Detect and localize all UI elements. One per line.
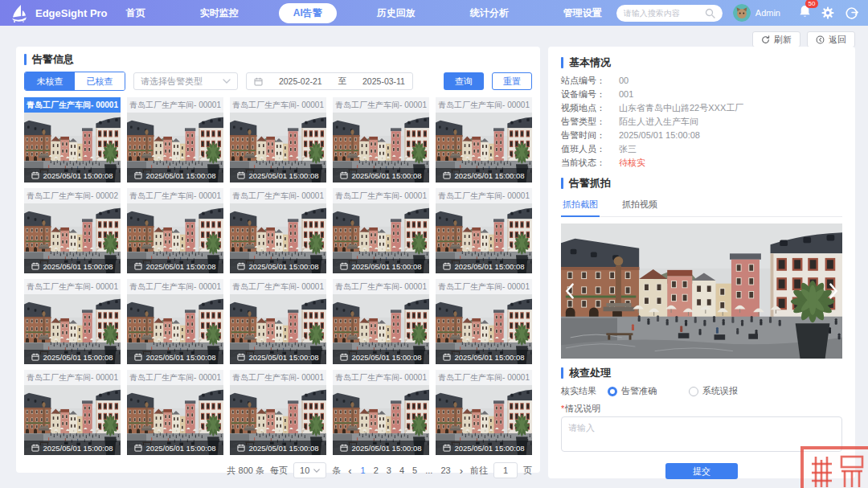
alert-card[interactable]: 青岛工厂生产车间- 00001 2025/05/01 15:00:08 xyxy=(436,188,532,273)
alert-card[interactable]: 青岛工厂生产车间- 00002 2025/05/01 15:00:08 xyxy=(24,188,121,273)
alert-card[interactable]: 青岛工厂生产车间- 00001 2025/05/01 15:00:08 xyxy=(24,279,121,364)
alert-card[interactable]: 青岛工厂生产车间- 00001 2025/05/01 15:00:08 xyxy=(333,370,429,455)
alert-card[interactable]: 青岛工厂生产车间- 00001 2025/05/01 15:00:08 xyxy=(127,279,223,364)
avatar[interactable] xyxy=(733,4,751,22)
alert-card[interactable]: 青岛工厂生产车间- 00001 2025/05/01 15:00:08 xyxy=(333,97,429,182)
field-label: 设备编号： xyxy=(561,89,619,99)
calendar-icon xyxy=(443,353,451,361)
checked-toggle-button[interactable]: 已核查 xyxy=(75,72,125,90)
alert-card[interactable]: 青岛工厂生产车间- 00001 2025/05/01 15:00:08 xyxy=(436,97,532,182)
page-number-23[interactable]: 23 xyxy=(439,465,452,475)
alert-card-title: 青岛工厂生产车间- 00001 xyxy=(230,97,326,113)
calendar-icon xyxy=(134,353,142,361)
back-button[interactable]: 返回 xyxy=(807,31,855,47)
back-label: 返回 xyxy=(829,34,846,46)
alert-card[interactable]: 青岛工厂生产车间- 00001 2025/05/01 15:00:08 xyxy=(436,279,532,364)
alert-card-title: 青岛工厂生产车间- 00001 xyxy=(230,188,326,203)
field-value: 00 xyxy=(619,76,628,85)
page-number-5[interactable]: 5 xyxy=(411,465,419,475)
carousel-next-button[interactable] xyxy=(826,281,841,301)
calendar-icon xyxy=(340,171,348,179)
page-number-1[interactable]: 1 xyxy=(359,465,367,475)
query-button[interactable]: 查询 xyxy=(444,72,484,90)
reset-button[interactable]: 重置 xyxy=(492,72,532,90)
alert-card[interactable]: 青岛工厂生产车间- 00001 2025/05/01 15:00:08 xyxy=(333,188,429,273)
page-number-4[interactable]: 4 xyxy=(398,465,406,475)
field-value: 陌生人进入生产车间 xyxy=(619,117,698,126)
alert-card[interactable]: 青岛工厂生产车间- 00001 2025/05/01 15:00:08 xyxy=(127,370,223,455)
nav-item-5[interactable]: 统计分析 xyxy=(456,3,523,23)
capture-tab-2[interactable]: 抓拍视频 xyxy=(620,196,659,216)
description-label: *情况说明 xyxy=(561,403,842,413)
alert-card-timestamp: 2025/05/01 15:00:08 xyxy=(436,168,532,182)
unit-label: 条 xyxy=(332,465,341,477)
alert-type-select[interactable]: 请选择告警类型 xyxy=(133,72,238,90)
date-separator: 至 xyxy=(338,76,347,87)
nav-item-2[interactable]: 实时监控 xyxy=(186,3,253,23)
refresh-button[interactable]: 刷新 xyxy=(752,31,800,47)
goto-page-input[interactable] xyxy=(493,462,518,478)
alert-card[interactable]: 青岛工厂生产车间- 00001 2025/05/01 15:00:08 xyxy=(436,370,532,455)
next-page-button[interactable]: › xyxy=(458,465,465,477)
calendar-icon xyxy=(443,444,451,452)
calendar-icon xyxy=(237,171,245,179)
alert-card-title: 青岛工厂生产车间- 00001 xyxy=(127,97,223,113)
alert-card[interactable]: 青岛工厂生产车间- 00001 2025/05/01 15:00:08 xyxy=(230,370,326,455)
alert-card[interactable]: 青岛工厂生产车间- 00001 2025/05/01 15:00:08 xyxy=(127,97,223,182)
alert-card[interactable]: 青岛工厂生产车间- 00001 2025/05/01 15:00:08 xyxy=(333,279,429,364)
alert-card[interactable]: 青岛工厂生产车间- 00001 2025/05/01 15:00:08 xyxy=(230,188,326,273)
info-field-row: 设备编号： 001 xyxy=(561,89,842,99)
prev-page-button[interactable]: ‹ xyxy=(346,465,353,477)
search-input[interactable] xyxy=(624,9,701,18)
search-icon[interactable] xyxy=(705,8,715,18)
alert-card-title: 青岛工厂生产车间- 00001 xyxy=(333,97,429,113)
calendar-icon xyxy=(340,262,348,270)
nav-item-6[interactable]: 管理设置 xyxy=(549,3,616,23)
submit-button[interactable]: 提交 xyxy=(665,463,738,479)
page-number-2[interactable]: 2 xyxy=(372,465,380,475)
date-range-picker[interactable]: 2025-02-21 至 2025-03-11 xyxy=(246,72,413,90)
nav-item-1[interactable]: 首页 xyxy=(112,3,160,23)
logout-icon[interactable] xyxy=(845,6,858,20)
alert-card[interactable]: 青岛工厂生产车间- 00001 2025/05/01 15:00:08 xyxy=(24,370,121,455)
alert-card[interactable]: 青岛工厂生产车间- 00001 2025/05/01 15:00:08 xyxy=(127,188,223,273)
review-radio-1[interactable]: 告警准确 xyxy=(608,385,657,397)
info-field-row: 值班人员： 张三 xyxy=(561,144,842,154)
description-textarea[interactable] xyxy=(561,416,842,452)
refresh-label: 刷新 xyxy=(774,34,792,46)
unchecked-toggle-button[interactable]: 未核查 xyxy=(25,72,75,90)
section-bar xyxy=(561,178,563,189)
brand-title: EdgeSight Pro xyxy=(35,7,108,19)
radio-circle-icon xyxy=(689,387,698,396)
refresh-icon xyxy=(761,35,770,44)
alert-list-panel: 告警信息 未核查 已核查 请选择告警类型 2025-02-21 xyxy=(16,47,540,473)
result-label: 核实结果 xyxy=(561,385,596,397)
calendar-icon xyxy=(443,262,451,270)
alert-card[interactable]: 青岛工厂生产车间- 00001 2025/05/01 15:00:08 xyxy=(24,97,121,182)
page-number-3[interactable]: 3 xyxy=(385,465,393,475)
alert-card-timestamp: 2025/05/01 15:00:08 xyxy=(436,441,532,455)
user-menu[interactable]: Admin xyxy=(733,4,780,22)
capture-tabs: 抓拍截图抓拍视频 xyxy=(561,196,842,217)
date-start-value[interactable]: 2025-02-21 xyxy=(279,76,322,86)
page-ellipsis: ... xyxy=(424,465,434,475)
alert-card[interactable]: 青岛工厂生产车间- 00001 2025/05/01 15:00:08 xyxy=(230,279,326,364)
review-radio-2[interactable]: 系统误报 xyxy=(689,385,738,397)
capture-tab-1[interactable]: 抓拍截图 xyxy=(561,196,600,217)
field-value: 山东省青岛中山路22号XXX工厂 xyxy=(619,103,743,113)
calendar-icon xyxy=(31,171,39,179)
nav-item-3[interactable]: AI告警 xyxy=(279,3,337,23)
alert-card-timestamp: 2025/05/01 15:00:08 xyxy=(24,168,121,182)
field-label: 视频地点： xyxy=(561,103,619,113)
page-size-select[interactable]: 10 xyxy=(293,462,326,478)
nav-item-4[interactable]: 历史回放 xyxy=(362,3,430,23)
date-end-value[interactable]: 2025-03-11 xyxy=(362,76,405,86)
calendar-icon xyxy=(134,171,142,179)
gear-icon[interactable] xyxy=(821,6,834,19)
alert-card-title: 青岛工厂生产车间- 00001 xyxy=(333,279,429,294)
carousel-prev-button[interactable] xyxy=(563,281,577,301)
notifications-button[interactable]: 50 xyxy=(799,5,811,21)
info-field-row: 视频地点： 山东省青岛中山路22号XXX工厂 xyxy=(561,103,842,113)
brand: EdgeSight Pro xyxy=(10,3,112,23)
alert-card[interactable]: 青岛工厂生产车间- 00001 2025/05/01 15:00:08 xyxy=(230,97,326,182)
